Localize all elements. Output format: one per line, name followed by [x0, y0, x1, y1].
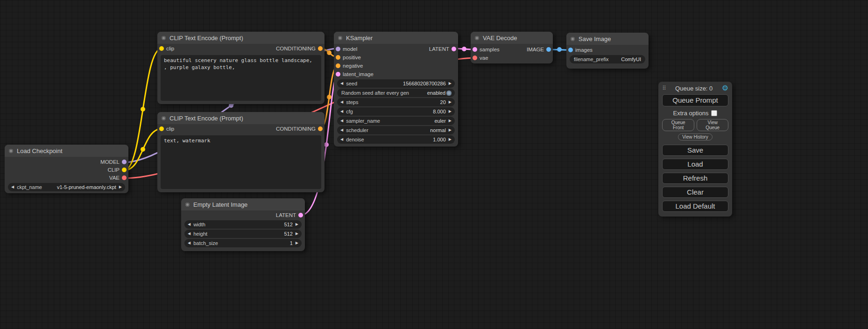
latent-image-input-slot[interactable]	[336, 72, 340, 77]
node-header[interactable]: VAE Decode	[471, 32, 553, 44]
images-input-slot[interactable]	[568, 48, 573, 52]
decrement-arrow-icon[interactable]: ◀	[188, 239, 191, 247]
prompt-textarea[interactable]: text, watermark	[161, 135, 321, 189]
input-label-positive: positive	[343, 53, 361, 62]
node-title: Empty Latent Image	[193, 201, 247, 208]
node-header[interactable]: CLIP Text Encode (Prompt)	[157, 32, 325, 44]
collapse-dot[interactable]	[9, 149, 13, 153]
latent-output-slot[interactable]	[298, 213, 303, 217]
widget-batch-size[interactable]: ◀ batch_size 1 ▶	[184, 239, 302, 247]
increment-arrow-icon[interactable]: ▶	[449, 79, 452, 88]
view-queue-button[interactable]: View Queue	[697, 119, 728, 131]
load-button[interactable]: Load	[662, 159, 728, 170]
node-title: VAE Decode	[483, 35, 517, 42]
widget-scheduler[interactable]: ◀ scheduler normal ▶	[337, 126, 455, 134]
model-input-slot[interactable]	[336, 47, 340, 51]
node-header[interactable]: CLIP Text Encode (Prompt)	[157, 112, 325, 124]
clip-output-slot[interactable]	[122, 168, 127, 172]
latent-output-slot[interactable]	[452, 47, 456, 51]
vae-input-slot[interactable]	[473, 56, 477, 60]
settings-gear-icon[interactable]: ⚙	[722, 84, 728, 92]
widget-sampler-name[interactable]: ◀ sampler_name euler ▶	[337, 117, 455, 125]
collapse-dot[interactable]	[162, 116, 166, 120]
decrement-arrow-icon[interactable]: ◀	[340, 107, 343, 116]
collapse-dot[interactable]	[475, 36, 479, 40]
node-header[interactable]: KSampler	[334, 32, 458, 44]
decrement-arrow-icon[interactable]: ◀	[340, 79, 343, 88]
widget-height[interactable]: ◀ height 512 ▶	[184, 230, 302, 238]
load-default-button[interactable]: Load Default	[662, 201, 728, 212]
node-title: CLIP Text Encode (Prompt)	[169, 35, 243, 42]
widget-random-seed-toggle[interactable]: Random seed after every gen enabled	[337, 89, 455, 97]
collapse-dot[interactable]	[185, 203, 190, 207]
node-vae-decode[interactable]: VAE Decode samples IMAGE vae	[471, 32, 553, 63]
node-load-checkpoint[interactable]: Load Checkpoint MODEL CLIP VAE ◀ ckpt_na…	[5, 145, 128, 193]
increment-arrow-icon[interactable]: ▶	[296, 239, 298, 247]
conditioning-output-slot[interactable]	[318, 126, 323, 131]
toggle-knob[interactable]	[446, 91, 452, 96]
collapse-dot[interactable]	[162, 36, 166, 40]
prompt-textarea[interactable]: beautiful scenery nature glass bottle la…	[161, 55, 321, 101]
positive-input-slot[interactable]	[336, 55, 340, 60]
widget-steps[interactable]: ◀ steps 20 ▶	[337, 98, 455, 106]
increment-arrow-icon[interactable]: ▶	[296, 230, 298, 238]
queue-front-button[interactable]: Queue Front	[662, 119, 694, 131]
widget-ckpt-name[interactable]: ◀ ckpt_name v1-5-pruned-emaonly.ckpt ▶	[8, 183, 125, 191]
decrement-arrow-icon[interactable]: ◀	[340, 117, 343, 125]
widget-value: 1.000	[433, 137, 446, 142]
widget-name: ckpt_name	[17, 184, 42, 190]
view-history-button[interactable]: View History	[678, 133, 712, 140]
node-ksampler[interactable]: KSampler model LATENT positive negative …	[334, 32, 458, 147]
model-output-slot[interactable]	[122, 160, 127, 164]
menu-drag-handle-icon[interactable]: ⠿	[662, 85, 666, 91]
decrement-arrow-icon[interactable]: ◀	[340, 126, 343, 134]
node-save-image[interactable]: Save Image images filename_prefix ComfyU…	[566, 33, 649, 69]
samples-input-slot[interactable]	[473, 47, 477, 52]
widget-value: ComfyUI	[621, 56, 641, 62]
node-header[interactable]: Load Checkpoint	[5, 145, 128, 157]
comfy-menu-panel[interactable]: ⠿ Queue size: 0 ⚙ Queue Prompt Extra opt…	[658, 82, 732, 217]
collapse-dot[interactable]	[338, 36, 342, 40]
increment-arrow-icon[interactable]: ▶	[296, 220, 298, 229]
node-empty-latent-image[interactable]: Empty Latent Image LATENT ◀ width 512 ▶ …	[181, 198, 305, 251]
output-label-conditioning: CONDITIONING	[276, 44, 316, 53]
input-label-latent-image: latent_image	[343, 70, 374, 78]
widget-width[interactable]: ◀ width 512 ▶	[184, 220, 302, 229]
node-header[interactable]: Empty Latent Image	[181, 198, 305, 210]
decrement-arrow-icon[interactable]: ◀	[11, 183, 14, 191]
node-clip-text-encode-negative[interactable]: CLIP Text Encode (Prompt) clip CONDITION…	[157, 112, 325, 192]
input-label-images: images	[575, 46, 593, 54]
increment-arrow-icon[interactable]: ▶	[449, 107, 452, 116]
negative-input-slot[interactable]	[336, 63, 340, 68]
widget-name: Random seed after every gen	[341, 90, 409, 96]
decrement-arrow-icon[interactable]: ◀	[340, 98, 343, 106]
queue-prompt-button[interactable]: Queue Prompt	[662, 94, 728, 106]
widget-cfg[interactable]: ◀ cfg 8.000 ▶	[337, 107, 455, 116]
collapse-dot[interactable]	[571, 37, 575, 41]
widget-filename-prefix[interactable]: filename_prefix ComfyUI	[570, 55, 645, 63]
node-header[interactable]: Save Image	[566, 33, 649, 45]
decrement-arrow-icon[interactable]: ◀	[188, 220, 191, 229]
vae-output-slot[interactable]	[122, 175, 127, 180]
clip-input-slot[interactable]	[159, 126, 164, 131]
image-output-slot[interactable]	[546, 47, 551, 52]
widget-seed[interactable]: ◀ seed 156680208700286 ▶	[337, 79, 455, 88]
increment-arrow-icon[interactable]: ▶	[449, 98, 452, 106]
extra-options-checkbox[interactable]	[711, 110, 717, 116]
increment-arrow-icon[interactable]: ▶	[449, 126, 452, 134]
save-button[interactable]: Save	[662, 145, 728, 156]
clear-button[interactable]: Clear	[662, 187, 728, 198]
increment-arrow-icon[interactable]: ▶	[449, 117, 452, 125]
clip-input-slot[interactable]	[159, 46, 164, 51]
widget-denoise[interactable]: ◀ denoise 1.000 ▶	[337, 135, 455, 144]
decrement-arrow-icon[interactable]: ◀	[340, 135, 343, 144]
increment-arrow-icon[interactable]: ▶	[119, 183, 122, 191]
node-title: Save Image	[579, 35, 611, 42]
increment-arrow-icon[interactable]: ▶	[449, 135, 452, 144]
node-clip-text-encode-positive[interactable]: CLIP Text Encode (Prompt) clip CONDITION…	[157, 32, 325, 104]
decrement-arrow-icon[interactable]: ◀	[188, 230, 191, 238]
refresh-button[interactable]: Refresh	[662, 173, 728, 184]
conditioning-output-slot[interactable]	[318, 46, 323, 51]
graph-canvas[interactable]: Load Checkpoint MODEL CLIP VAE ◀ ckpt_na…	[0, 0, 868, 329]
widget-name: steps	[346, 99, 358, 105]
